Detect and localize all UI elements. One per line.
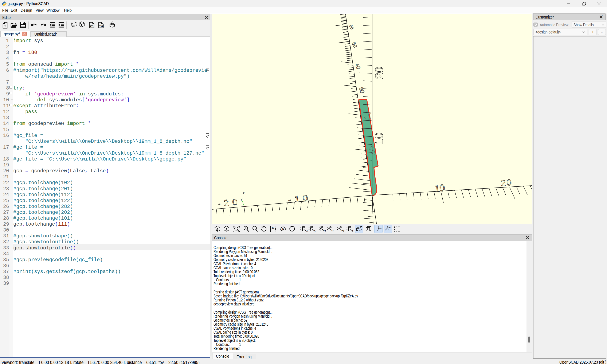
svg-text:+Y: +Y [323,229,326,232]
svg-text:20: 20 [363,110,373,121]
svg-text:10: 10 [434,182,445,194]
svg-text:+X: +X [305,229,308,232]
svg-text:10: 10 [373,133,385,145]
svg-text:-X: -X [313,229,316,232]
svg-text:20: 20 [373,67,385,79]
svg-text:10: 10 [272,226,274,229]
svg-text:x: x [257,204,259,208]
svg-text:10: 10 [388,228,391,232]
svg-text:z: z [243,191,245,195]
svg-text:-Z: -Z [351,229,353,232]
svg-text:45: 45 [282,228,284,230]
svg-text:-Y: -Y [331,229,334,232]
svg-text:y: y [241,197,242,201]
svg-text:10: 10 [367,145,377,156]
svg-text:+Z: +Z [342,229,344,232]
